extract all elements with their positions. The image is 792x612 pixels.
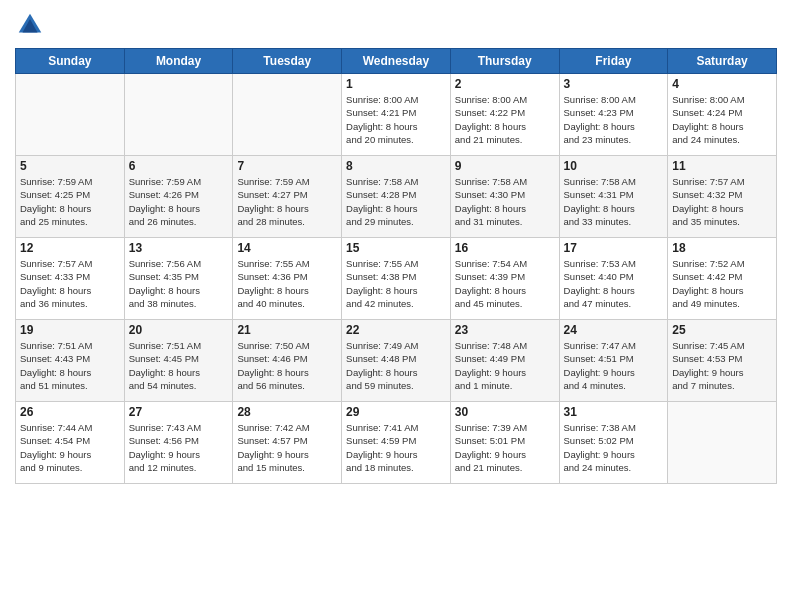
day-number: 7 [237,159,337,173]
day-number: 15 [346,241,446,255]
day-number: 24 [564,323,664,337]
day-info: Sunrise: 7:39 AM Sunset: 5:01 PM Dayligh… [455,421,555,474]
day-cell [668,402,777,484]
day-info: Sunrise: 7:59 AM Sunset: 4:25 PM Dayligh… [20,175,120,228]
day-header-saturday: Saturday [668,49,777,74]
day-cell: 17Sunrise: 7:53 AM Sunset: 4:40 PM Dayli… [559,238,668,320]
day-cell: 28Sunrise: 7:42 AM Sunset: 4:57 PM Dayli… [233,402,342,484]
day-cell: 16Sunrise: 7:54 AM Sunset: 4:39 PM Dayli… [450,238,559,320]
day-info: Sunrise: 7:48 AM Sunset: 4:49 PM Dayligh… [455,339,555,392]
day-info: Sunrise: 7:56 AM Sunset: 4:35 PM Dayligh… [129,257,229,310]
day-cell: 7Sunrise: 7:59 AM Sunset: 4:27 PM Daylig… [233,156,342,238]
day-info: Sunrise: 7:51 AM Sunset: 4:45 PM Dayligh… [129,339,229,392]
day-cell: 19Sunrise: 7:51 AM Sunset: 4:43 PM Dayli… [16,320,125,402]
day-cell: 1Sunrise: 8:00 AM Sunset: 4:21 PM Daylig… [342,74,451,156]
calendar-header-row: SundayMondayTuesdayWednesdayThursdayFrid… [16,49,777,74]
day-info: Sunrise: 7:57 AM Sunset: 4:33 PM Dayligh… [20,257,120,310]
week-row-2: 5Sunrise: 7:59 AM Sunset: 4:25 PM Daylig… [16,156,777,238]
day-cell: 4Sunrise: 8:00 AM Sunset: 4:24 PM Daylig… [668,74,777,156]
day-cell: 8Sunrise: 7:58 AM Sunset: 4:28 PM Daylig… [342,156,451,238]
day-number: 13 [129,241,229,255]
day-cell: 24Sunrise: 7:47 AM Sunset: 4:51 PM Dayli… [559,320,668,402]
day-number: 11 [672,159,772,173]
day-info: Sunrise: 7:38 AM Sunset: 5:02 PM Dayligh… [564,421,664,474]
week-row-3: 12Sunrise: 7:57 AM Sunset: 4:33 PM Dayli… [16,238,777,320]
day-number: 4 [672,77,772,91]
day-cell: 23Sunrise: 7:48 AM Sunset: 4:49 PM Dayli… [450,320,559,402]
day-header-thursday: Thursday [450,49,559,74]
day-cell: 5Sunrise: 7:59 AM Sunset: 4:25 PM Daylig… [16,156,125,238]
day-info: Sunrise: 7:41 AM Sunset: 4:59 PM Dayligh… [346,421,446,474]
day-cell: 2Sunrise: 8:00 AM Sunset: 4:22 PM Daylig… [450,74,559,156]
day-header-tuesday: Tuesday [233,49,342,74]
day-cell: 9Sunrise: 7:58 AM Sunset: 4:30 PM Daylig… [450,156,559,238]
day-cell: 15Sunrise: 7:55 AM Sunset: 4:38 PM Dayli… [342,238,451,320]
day-number: 12 [20,241,120,255]
day-number: 19 [20,323,120,337]
day-info: Sunrise: 7:53 AM Sunset: 4:40 PM Dayligh… [564,257,664,310]
day-info: Sunrise: 7:54 AM Sunset: 4:39 PM Dayligh… [455,257,555,310]
day-number: 30 [455,405,555,419]
day-info: Sunrise: 7:49 AM Sunset: 4:48 PM Dayligh… [346,339,446,392]
day-number: 8 [346,159,446,173]
day-cell [124,74,233,156]
day-info: Sunrise: 7:57 AM Sunset: 4:32 PM Dayligh… [672,175,772,228]
day-info: Sunrise: 7:59 AM Sunset: 4:27 PM Dayligh… [237,175,337,228]
day-info: Sunrise: 7:45 AM Sunset: 4:53 PM Dayligh… [672,339,772,392]
day-info: Sunrise: 7:58 AM Sunset: 4:28 PM Dayligh… [346,175,446,228]
logo [15,10,49,40]
day-header-friday: Friday [559,49,668,74]
day-info: Sunrise: 7:55 AM Sunset: 4:38 PM Dayligh… [346,257,446,310]
day-cell: 3Sunrise: 8:00 AM Sunset: 4:23 PM Daylig… [559,74,668,156]
day-cell: 27Sunrise: 7:43 AM Sunset: 4:56 PM Dayli… [124,402,233,484]
day-cell: 10Sunrise: 7:58 AM Sunset: 4:31 PM Dayli… [559,156,668,238]
day-info: Sunrise: 7:42 AM Sunset: 4:57 PM Dayligh… [237,421,337,474]
week-row-1: 1Sunrise: 8:00 AM Sunset: 4:21 PM Daylig… [16,74,777,156]
day-cell: 13Sunrise: 7:56 AM Sunset: 4:35 PM Dayli… [124,238,233,320]
day-header-wednesday: Wednesday [342,49,451,74]
week-row-5: 26Sunrise: 7:44 AM Sunset: 4:54 PM Dayli… [16,402,777,484]
day-info: Sunrise: 8:00 AM Sunset: 4:21 PM Dayligh… [346,93,446,146]
day-number: 21 [237,323,337,337]
day-number: 18 [672,241,772,255]
day-info: Sunrise: 7:58 AM Sunset: 4:31 PM Dayligh… [564,175,664,228]
day-number: 29 [346,405,446,419]
day-info: Sunrise: 7:52 AM Sunset: 4:42 PM Dayligh… [672,257,772,310]
day-number: 14 [237,241,337,255]
day-header-sunday: Sunday [16,49,125,74]
day-info: Sunrise: 8:00 AM Sunset: 4:24 PM Dayligh… [672,93,772,146]
day-header-monday: Monday [124,49,233,74]
day-number: 2 [455,77,555,91]
day-cell: 6Sunrise: 7:59 AM Sunset: 4:26 PM Daylig… [124,156,233,238]
day-info: Sunrise: 7:47 AM Sunset: 4:51 PM Dayligh… [564,339,664,392]
day-cell: 11Sunrise: 7:57 AM Sunset: 4:32 PM Dayli… [668,156,777,238]
day-cell [233,74,342,156]
day-info: Sunrise: 7:59 AM Sunset: 4:26 PM Dayligh… [129,175,229,228]
day-number: 22 [346,323,446,337]
day-cell: 22Sunrise: 7:49 AM Sunset: 4:48 PM Dayli… [342,320,451,402]
day-number: 25 [672,323,772,337]
day-info: Sunrise: 7:50 AM Sunset: 4:46 PM Dayligh… [237,339,337,392]
day-number: 16 [455,241,555,255]
day-number: 28 [237,405,337,419]
day-number: 10 [564,159,664,173]
day-number: 1 [346,77,446,91]
calendar-table: SundayMondayTuesdayWednesdayThursdayFrid… [15,48,777,484]
day-number: 5 [20,159,120,173]
day-number: 3 [564,77,664,91]
day-cell: 20Sunrise: 7:51 AM Sunset: 4:45 PM Dayli… [124,320,233,402]
day-number: 20 [129,323,229,337]
week-row-4: 19Sunrise: 7:51 AM Sunset: 4:43 PM Dayli… [16,320,777,402]
day-cell [16,74,125,156]
day-number: 6 [129,159,229,173]
day-info: Sunrise: 7:43 AM Sunset: 4:56 PM Dayligh… [129,421,229,474]
day-cell: 30Sunrise: 7:39 AM Sunset: 5:01 PM Dayli… [450,402,559,484]
day-number: 27 [129,405,229,419]
day-info: Sunrise: 8:00 AM Sunset: 4:22 PM Dayligh… [455,93,555,146]
day-cell: 14Sunrise: 7:55 AM Sunset: 4:36 PM Dayli… [233,238,342,320]
day-info: Sunrise: 8:00 AM Sunset: 4:23 PM Dayligh… [564,93,664,146]
day-number: 31 [564,405,664,419]
logo-icon [15,10,45,40]
day-info: Sunrise: 7:44 AM Sunset: 4:54 PM Dayligh… [20,421,120,474]
day-cell: 31Sunrise: 7:38 AM Sunset: 5:02 PM Dayli… [559,402,668,484]
